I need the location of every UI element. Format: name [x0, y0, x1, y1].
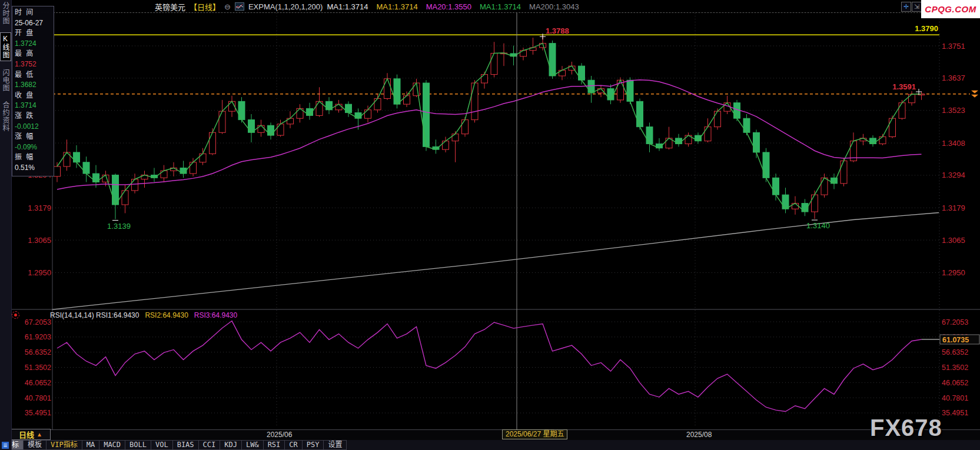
bottom-tab-PSY[interactable]: PSY [303, 440, 324, 450]
ma-values: MA1:1.3714MA1:1.3714MA20:1.3550MA1:1.371… [327, 2, 579, 11]
move-tool-icon[interactable]: ✛ [901, 2, 911, 12]
rsi-line [57, 321, 922, 412]
rsi-right-axis-label: 35.4951 [942, 409, 968, 417]
bottom-tab-CR[interactable]: CR [285, 440, 302, 450]
right-axis-label: 1.3065 [942, 236, 965, 245]
grid-menu-icon[interactable]: ≣ [2, 442, 9, 449]
candle-42 [462, 120, 469, 134]
rsi-current-value: 61.0735 [942, 336, 969, 344]
candle-6 [112, 175, 119, 205]
candle-40 [443, 141, 449, 149]
rsi-left-axis-label: 46.0652 [25, 379, 51, 387]
candle-17 [219, 111, 225, 132]
bottom-tab-MACD[interactable]: MACD [99, 440, 125, 450]
info-label-3: 最 低 [15, 70, 54, 81]
rsi-right-axis-label: 40.7801 [942, 394, 968, 402]
right-axis-label: 1.3523 [942, 106, 965, 115]
candle-38 [423, 83, 430, 146]
bottom-tab-BIAS[interactable]: BIAS [173, 440, 199, 450]
candle-79 [821, 178, 828, 195]
candle-3 [83, 162, 89, 174]
candle-41 [452, 134, 459, 141]
candle-85 [879, 136, 886, 144]
rsi-left-axis-label: 51.3502 [25, 364, 51, 372]
candle-88 [909, 94, 915, 102]
candle-11 [161, 171, 167, 178]
right-axis-label: 1.2950 [942, 268, 965, 277]
rsi-right-axis-label: 46.0652 [942, 379, 968, 387]
sidebar-tab-0[interactable]: 分时图 [1, 0, 11, 26]
period-selector[interactable]: 日线 ▲ [11, 429, 51, 440]
sidebar-tab-1[interactable]: K线图 [0, 32, 11, 61]
rsi-title[interactable]: RSI(14,14,14) RSI1:64.9430 [50, 311, 139, 319]
bottom-tab-KDJ[interactable]: KDJ [220, 440, 242, 450]
candle-75 [782, 195, 789, 209]
bottom-tab-VIP指标[interactable]: VIP指标 [46, 440, 82, 450]
indicator-title[interactable]: EXPMA(1,1,20,1,200) [248, 2, 323, 11]
candle-0 [54, 166, 61, 176]
candle-55 [588, 80, 594, 93]
rsi-left-axis-label: 56.6352 [25, 348, 51, 356]
period-label: 日线 [19, 429, 34, 440]
right-axis-label: 1.3408 [942, 139, 965, 148]
info-value-2: 1.3752 [15, 59, 54, 70]
indicator-tab-bar: 指标模板VIP指标MAMACDBOLLVOLBIASCCIKDJLW&RSICR… [0, 440, 980, 450]
bottom-tab-RSI[interactable]: RSI [264, 440, 285, 450]
bottom-tab-VOL[interactable]: VOL [151, 440, 173, 450]
candle-61 [646, 127, 653, 144]
info-label-0: 时 间 [15, 8, 54, 18]
rsi-left-axis-label: 40.7801 [25, 394, 51, 402]
right-axis-label: 1.3751 [942, 42, 965, 51]
candle-87 [899, 103, 905, 118]
bottom-tab-LW&[interactable]: LW& [242, 440, 264, 450]
candle-51 [549, 44, 556, 76]
low1-label: 1.3139 [107, 222, 131, 231]
rsi-left-axis-label: 61.9203 [25, 333, 51, 341]
info-label-4: 收 盘 [15, 91, 54, 101]
bottom-tab-MA[interactable]: MA [82, 440, 99, 450]
candle-86 [889, 118, 896, 136]
candle-21 [258, 125, 264, 132]
candle-73 [763, 152, 769, 178]
watermark: FX678 [870, 415, 942, 441]
candle-15 [200, 154, 206, 162]
candle-19 [238, 101, 245, 119]
low2-label: 1.3140 [806, 221, 830, 230]
bottom-tab-CCI[interactable]: CCI [199, 440, 221, 450]
bottom-tab-BOLL[interactable]: BOLL [125, 440, 151, 450]
period-arrow-icon: ▲ [36, 431, 42, 438]
left-axis-label: 1.3179 [28, 204, 51, 212]
quote-info-panel: 时 间25-06-27开 盘1.3724最 高1.3752最 低1.3682收 … [12, 6, 54, 176]
candle-23 [277, 124, 284, 135]
candle-67 [705, 127, 711, 141]
bottom-tab-设置[interactable]: 设置 [324, 440, 347, 450]
candle-14 [190, 162, 197, 174]
site-logo: CPQG.COM [921, 0, 980, 18]
rsi-marker-icon[interactable] [12, 311, 19, 319]
last-high-label: 1.3591 [892, 82, 916, 91]
info-label-1: 开 盘 [15, 28, 54, 39]
rsi-right-axis-label: 67.2053 [942, 318, 968, 326]
ma-value-4: MA200:1.3043 [529, 2, 579, 11]
rsi-right-axis-label: 56.6352 [942, 348, 968, 356]
left-sidebar: 分时图K线图闪电图合约资料 [0, 0, 12, 450]
bottom-tab-模板[interactable]: 模板 [24, 440, 46, 450]
info-value-4: 1.3714 [15, 101, 54, 111]
sidebar-tab-2[interactable]: 闪电图 [1, 67, 11, 94]
candle-68 [715, 111, 721, 126]
candle-81 [841, 161, 847, 184]
x-axis-date-0: 2025/06 [267, 431, 292, 439]
x-axis-date-1: 2025/08 [686, 431, 712, 439]
main-chart[interactable]: 1.37511.36371.35231.34081.32941.31791.30… [0, 0, 980, 450]
header-divider [0, 12, 980, 13]
ma-value-2: MA20:1.3550 [426, 2, 471, 11]
info-value-6: -0.09% [15, 142, 54, 153]
info-value-7: 0.51% [15, 163, 54, 174]
scale-tool-icon[interactable]: ⇲ [912, 2, 922, 12]
collapse-icon[interactable]: ⊖ [224, 2, 231, 11]
candle-54 [579, 66, 585, 80]
candle-72 [753, 132, 760, 152]
sidebar-tab-3[interactable]: 合约资料 [1, 99, 11, 134]
info-label-2: 最 高 [15, 49, 54, 59]
right-axis-label: 1.3179 [942, 204, 965, 212]
